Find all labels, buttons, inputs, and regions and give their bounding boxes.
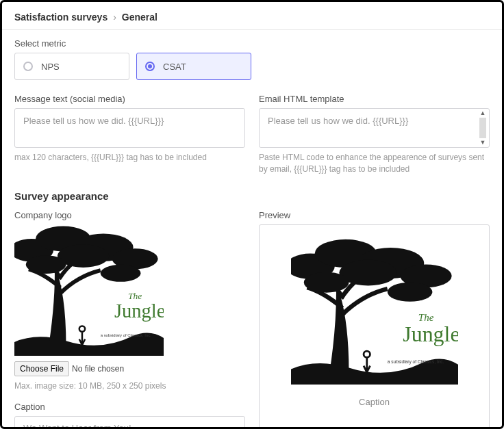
choose-file-button[interactable]: Choose File xyxy=(14,361,69,376)
svg-point-6 xyxy=(101,264,141,281)
select-metric-label: Select metric xyxy=(14,38,490,49)
metric-option-csat[interactable]: CSAT xyxy=(136,53,251,80)
email-template-hint: Paste HTML code to enhance the appearenc… xyxy=(259,152,490,175)
metric-options: NPS CSAT xyxy=(14,53,490,80)
svg-point-5 xyxy=(26,255,66,274)
logo-the: The xyxy=(128,291,142,301)
scrollbar[interactable]: ▲ ▼ xyxy=(478,110,488,146)
placeholder-text: Please tell us how we did. {{{URL}}} xyxy=(23,116,164,126)
chevron-right-icon: › xyxy=(113,12,116,23)
scroll-up-icon[interactable]: ▲ xyxy=(480,110,486,116)
placeholder-text: We Want to Hear from You! xyxy=(23,423,131,429)
breadcrumb-parent[interactable]: Satisfaction surveys xyxy=(14,12,108,23)
email-template-input[interactable]: Please tell us how we did. {{{URL}}} ▲ ▼ xyxy=(259,108,490,148)
message-text-input[interactable]: Please tell us how we did. {{{URL}}} xyxy=(14,108,245,148)
preview-caption: Caption xyxy=(269,397,479,407)
svg-point-13 xyxy=(387,282,432,301)
company-logo-image: The Jungle a subsidiary of Classics, Inc… xyxy=(14,224,164,356)
scroll-track[interactable] xyxy=(479,118,486,138)
email-template-label: Email HTML template xyxy=(259,94,490,104)
scroll-down-icon[interactable]: ▼ xyxy=(480,140,486,146)
file-status: No file chosen xyxy=(72,364,124,374)
company-logo-label: Company logo xyxy=(14,210,245,220)
preview-logo-image: The Jungle a subsidiary of Classics, Inc… xyxy=(291,237,458,385)
preview-headline: Headline text xyxy=(269,426,479,429)
preview-pane: The Jungle a subsidiary of Classics, Inc… xyxy=(259,224,490,429)
logo-brand: Jungle xyxy=(114,300,164,321)
logo-sub: a subsidiary of Classics, Inc. xyxy=(101,333,151,337)
message-text-label: Message text (social media) xyxy=(14,94,245,104)
placeholder-text: Please tell us how we did. {{{URL}}} xyxy=(268,116,408,126)
message-text-hint: max 120 characters, {{{URL}}} tag has to… xyxy=(14,152,245,164)
radio-icon xyxy=(145,62,155,71)
svg-text:a subsidiary of Classics, Inc.: a subsidiary of Classics, Inc. xyxy=(387,359,444,365)
svg-text:Jungle: Jungle xyxy=(403,322,458,346)
survey-appearance-heading: Survey appearance xyxy=(14,190,490,202)
radio-icon xyxy=(23,62,33,71)
breadcrumb-current: General xyxy=(122,12,158,23)
metric-option-label: CSAT xyxy=(163,62,186,72)
svg-point-12 xyxy=(303,272,349,292)
file-hint: Max. image size: 10 MB, 250 x 250 pixels xyxy=(14,380,245,392)
caption-label: Caption xyxy=(14,402,245,412)
preview-label: Preview xyxy=(259,210,490,220)
svg-text:The: The xyxy=(418,312,433,323)
caption-input[interactable]: We Want to Hear from You! xyxy=(14,416,245,429)
metric-option-label: NPS xyxy=(41,62,60,72)
metric-option-nps[interactable]: NPS xyxy=(14,53,129,80)
breadcrumb: Satisfaction surveys › General xyxy=(2,12,502,30)
